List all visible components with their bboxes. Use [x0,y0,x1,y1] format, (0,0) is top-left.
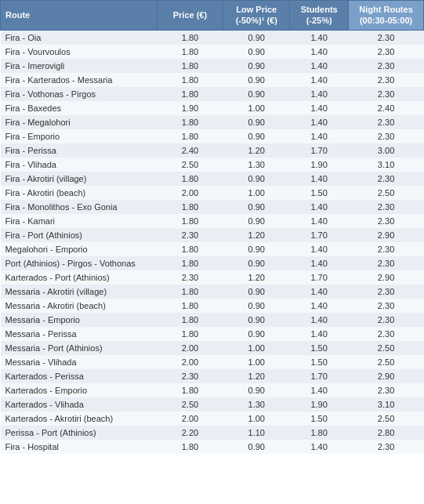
cell-route: Fira - Hospital [1,440,158,454]
cell-night: 2.30 [349,313,424,327]
cell-students: 1.40 [290,45,349,59]
cell-students: 1.40 [290,87,349,101]
cell-price: 2.50 [157,397,223,412]
cell-students: 1.40 [290,299,349,313]
cell-night: 2.30 [349,30,424,45]
cell-students: 1.40 [290,129,349,143]
cell-route: Perissa - Port (Athinios) [1,426,158,440]
cell-night: 2.50 [349,412,424,426]
cell-route: Karterados - Akrotiri (beach) [1,412,158,426]
cell-night: 2.50 [349,355,424,369]
cell-low-price: 0.90 [223,45,290,59]
cell-students: 1.40 [290,242,349,256]
cell-price: 2.30 [157,369,223,383]
cell-night: 2.30 [349,59,424,73]
cell-route: Fira - Vourvoulos [1,45,158,59]
cell-price: 1.80 [157,73,223,87]
cell-low-price: 0.90 [223,115,290,129]
table-row: Fira - Perissa2.401.201.703.00 [1,143,424,158]
cell-price: 1.80 [157,200,223,214]
cell-price: 1.90 [157,101,223,115]
table-row: Karterados - Port (Athinios)2.301.201.70… [1,270,424,285]
table-row: Fira - Vothonas - Pirgos1.800.901.402.30 [1,87,424,101]
cell-students: 1.40 [290,256,349,270]
cell-night: 2.90 [349,369,424,383]
cell-low-price: 1.00 [223,412,290,426]
cell-night: 2.30 [349,172,424,186]
cell-route: Fira - Megalohori [1,115,158,129]
cell-route: Fira - Imerovigli [1,59,158,73]
cell-night: 2.30 [349,115,424,129]
cell-low-price: 1.00 [223,341,290,355]
cell-students: 1.40 [290,383,349,397]
cell-price: 1.80 [157,256,223,270]
table-row: Fira - Akrotiri (village)1.800.901.402.3… [1,172,424,186]
cell-students: 1.50 [290,341,349,355]
cell-low-price: 0.90 [223,87,290,101]
bus-fares-table: Route Price (€) Low Price (-50%)¹ (€) St… [0,0,424,454]
cell-low-price: 0.90 [223,242,290,256]
cell-students: 1.40 [290,327,349,341]
cell-route: Fira - Baxedes [1,101,158,115]
table-row: Karterados - Perissa2.301.201.702.90 [1,369,424,383]
cell-students: 1.50 [290,186,349,200]
cell-price: 1.80 [157,299,223,313]
table-row: Perissa - Port (Athinios)2.201.101.802.8… [1,426,424,440]
table-row: Messaria - Emporio1.800.901.402.30 [1,313,424,327]
cell-low-price: 1.00 [223,355,290,369]
cell-students: 1.40 [290,30,349,45]
cell-route: Messaria - Akrotiri (beach) [1,299,158,313]
table-row: Karterados - Akrotiri (beach)2.001.001.5… [1,412,424,426]
cell-route: Fira - Akrotiri (village) [1,172,158,186]
cell-night: 3.10 [349,158,424,172]
cell-low-price: 1.20 [223,369,290,383]
cell-price: 1.80 [157,115,223,129]
cell-route: Fira - Oia [1,30,158,45]
cell-price: 1.80 [157,59,223,73]
cell-students: 1.70 [290,143,349,158]
cell-students: 1.40 [290,101,349,115]
cell-low-price: 0.90 [223,73,290,87]
cell-low-price: 0.90 [223,256,290,270]
cell-low-price: 0.90 [223,129,290,143]
cell-price: 1.80 [157,285,223,299]
cell-route: Fira - Port (Athinios) [1,228,158,242]
cell-price: 1.80 [157,327,223,341]
cell-route: Fira - Kamari [1,214,158,228]
cell-price: 2.30 [157,228,223,242]
cell-students: 1.40 [290,313,349,327]
cell-low-price: 0.90 [223,383,290,397]
cell-route: Karterados - Emporio [1,383,158,397]
cell-price: 2.00 [157,341,223,355]
cell-students: 1.80 [290,426,349,440]
cell-night: 2.80 [349,426,424,440]
cell-route: Fira - Vothonas - Pirgos [1,87,158,101]
table-row: Fira - Akrotiri (beach)2.001.001.502.50 [1,186,424,200]
table-row: Port (Athinios) - Pirgos - Vothonas1.800… [1,256,424,270]
table-row: Fira - Emporio1.800.901.402.30 [1,129,424,143]
cell-students: 1.50 [290,355,349,369]
cell-students: 1.90 [290,397,349,412]
cell-night: 2.90 [349,228,424,242]
cell-low-price: 1.20 [223,270,290,285]
cell-night: 3.10 [349,397,424,412]
cell-night: 2.30 [349,327,424,341]
cell-route: Fira - Monolithos - Exo Gonia [1,200,158,214]
cell-students: 1.70 [290,270,349,285]
cell-night: 2.90 [349,270,424,285]
cell-price: 1.80 [157,129,223,143]
cell-night: 2.30 [349,73,424,87]
cell-route: Messaria - Emporio [1,313,158,327]
table-row: Fira - Imerovigli1.800.901.402.30 [1,59,424,73]
cell-low-price: 1.30 [223,158,290,172]
cell-low-price: 0.90 [223,30,290,45]
cell-price: 1.80 [157,45,223,59]
cell-night: 2.30 [349,45,424,59]
cell-students: 1.40 [290,440,349,454]
cell-route: Messaria - Perissa [1,327,158,341]
cell-low-price: 0.90 [223,214,290,228]
cell-low-price: 1.10 [223,426,290,440]
cell-night: 2.50 [349,186,424,200]
cell-night: 2.30 [349,440,424,454]
cell-students: 1.70 [290,369,349,383]
